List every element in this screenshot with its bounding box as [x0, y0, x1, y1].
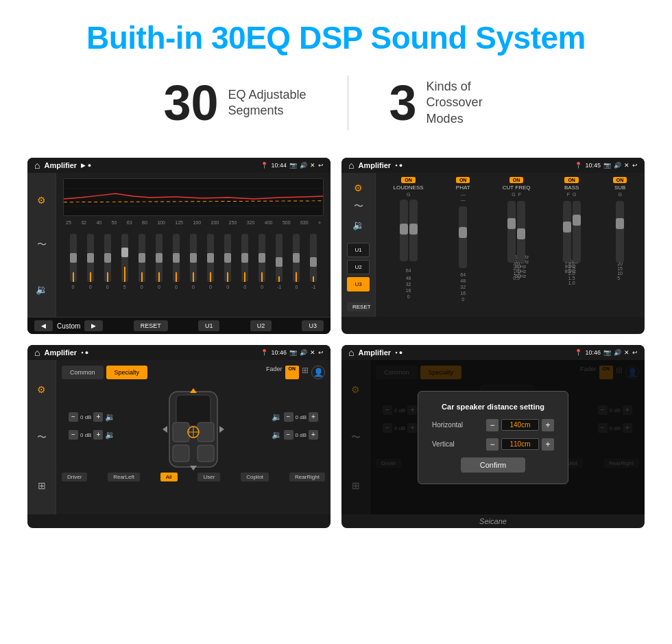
- dlg-back-icon[interactable]: ↩: [632, 349, 638, 356]
- sp-bl-minus[interactable]: −: [69, 430, 78, 440]
- sp-common-tab[interactable]: Common: [62, 366, 104, 379]
- eq-sliders: 0 0 0 5 0: [63, 228, 324, 289]
- dlg-status-bar: ⌂ Amplifier ▪ ● 📍 10:46 📷 🔊 ✕ ↩: [341, 345, 645, 360]
- eq-status-bar: ⌂ Amplifier ▶ ● 📍 10:44 📷 🔊 ✕ ↩: [27, 158, 331, 173]
- cx-phat-name: PHAT: [456, 184, 470, 191]
- dialog-horizontal-minus[interactable]: −: [486, 419, 499, 431]
- cx-sidebar-eq-icon[interactable]: ⚙: [354, 182, 363, 193]
- svg-marker-13: [190, 388, 197, 393]
- dlg-volume-icon: 🔊: [614, 349, 621, 356]
- dialog-horizontal-control: − 140cm +: [486, 419, 554, 431]
- sp-home-icon[interactable]: ⌂: [34, 347, 40, 358]
- sp-sidebar-eq-icon[interactable]: ⚙: [37, 384, 46, 395]
- crossover-screen: ⌂ Amplifier ▪ ● 📍 10:45 📷 🔊 ✕ ↩ ⚙ 〜 🔉: [341, 158, 645, 334]
- eq-screen: ⌂ Amplifier ▶ ● 📍 10:44 📷 🔊 ✕ ↩ ⚙ 〜 🔉: [27, 158, 331, 334]
- cx-location-icon: 📍: [575, 162, 582, 169]
- sp-rearright-btn[interactable]: RearRight: [289, 473, 325, 481]
- dialog-horizontal-plus[interactable]: +: [542, 419, 554, 431]
- svg-rect-5: [176, 395, 211, 426]
- eq-sidebar-eq-icon[interactable]: ⚙: [37, 195, 46, 206]
- cx-content: ⚙ 〜 🔉 U1 U2 U3 RESET ON LOUD: [341, 173, 645, 317]
- sp-tr-speaker-icon: 🔉: [272, 412, 282, 422]
- eq-slider-4: 0: [139, 234, 145, 289]
- eq-main: 2532405063 80100125160200 25032040050063…: [56, 173, 331, 317]
- eq-u2-btn[interactable]: U2: [250, 320, 272, 331]
- svg-rect-9: [197, 445, 214, 462]
- stat-eq-number: 30: [163, 78, 218, 128]
- cx-sidebar-wave-icon[interactable]: 〜: [354, 200, 363, 213]
- cx-loudness-name: LOUDNESS: [394, 184, 424, 191]
- eq-bottom-bar: ◀ Custom ▶ RESET U1 U2 U3: [27, 317, 331, 334]
- home-icon[interactable]: ⌂: [34, 160, 40, 171]
- eq-back-icon[interactable]: ↩: [318, 162, 324, 169]
- cx-loudness-on[interactable]: ON: [401, 177, 416, 183]
- sp-br-minus[interactable]: −: [284, 430, 293, 440]
- sp-sidebar-bt-icon[interactable]: ⊞: [38, 480, 46, 491]
- sp-copilot-btn[interactable]: Copilot: [241, 473, 269, 481]
- eq-volume-icon: 🔊: [300, 162, 307, 169]
- cx-preset-u1[interactable]: U1: [347, 243, 370, 257]
- eq-next-btn[interactable]: ▶: [84, 320, 103, 331]
- cx-bass-fg: F G: [567, 192, 577, 197]
- eq-slider-6: 0: [173, 234, 180, 289]
- dialog-vertical-value: 110cm: [501, 438, 539, 450]
- cx-sub-on[interactable]: ON: [613, 177, 627, 183]
- sp-bl-control: − 0 dB + 🔉: [69, 430, 115, 440]
- sp-main: Common Specialty Fader ON ⊞ 👤 − 0 dB: [56, 360, 331, 514]
- eq-reset-btn[interactable]: RESET: [134, 320, 168, 331]
- cx-phat-on[interactable]: ON: [456, 177, 470, 183]
- cx-sidebar-speaker-icon[interactable]: 🔉: [352, 219, 364, 230]
- eq-slider-10: 0: [241, 234, 248, 289]
- cx-reset-btn[interactable]: RESET: [347, 302, 370, 311]
- cx-cutfreq-gf: G F: [512, 192, 521, 197]
- sp-sidebar-wave-icon[interactable]: 〜: [37, 431, 47, 444]
- dialog-vertical-minus[interactable]: −: [486, 438, 499, 451]
- eq-u1-btn[interactable]: U1: [198, 320, 220, 331]
- eq-slider-9: 0: [224, 234, 231, 289]
- dlg-home-icon[interactable]: ⌂: [348, 347, 354, 358]
- sp-driver-btn[interactable]: Driver: [62, 473, 87, 481]
- sp-back-icon[interactable]: ↩: [318, 349, 324, 356]
- svg-marker-16: [219, 426, 224, 433]
- eq-slider-11: 0: [259, 234, 265, 289]
- sp-tl-minus[interactable]: −: [69, 412, 78, 422]
- eq-u3-btn[interactable]: U3: [302, 320, 324, 331]
- sp-br-plus[interactable]: +: [309, 430, 318, 440]
- sp-fader-toggle[interactable]: ON: [285, 366, 300, 379]
- eq-x-icon: ✕: [310, 162, 315, 169]
- sp-tl-plus[interactable]: +: [93, 412, 103, 422]
- sp-status-bar: ⌂ Amplifier ▪ ● 📍 10:46 📷 🔊 ✕ ↩: [27, 345, 331, 360]
- sp-tr-plus[interactable]: +: [309, 412, 318, 422]
- sp-left-controls: − 0 dB + 🔉 − 0 dB + 🔉: [69, 412, 115, 440]
- cx-cutfreq-on[interactable]: ON: [509, 177, 524, 183]
- eq-slider-1: 0: [87, 234, 94, 289]
- cx-preset-u2[interactable]: U2: [347, 260, 370, 274]
- sp-tr-minus[interactable]: −: [284, 412, 293, 422]
- cx-back-icon[interactable]: ↩: [632, 162, 638, 169]
- dialog-box: Car speaker distance setting Horizontal …: [418, 391, 568, 484]
- cx-preset-u3[interactable]: U3: [347, 277, 370, 291]
- stat-crossover-number: 3: [389, 78, 417, 128]
- sp-speaker-layout: − 0 dB + 🔉 − 0 dB + 🔉: [62, 385, 325, 467]
- sp-br-speaker-icon: 🔉: [272, 430, 282, 440]
- eq-sidebar-speaker-icon[interactable]: 🔉: [36, 284, 47, 295]
- dialog-vertical-plus[interactable]: +: [542, 438, 554, 451]
- eq-camera-icon: 📷: [289, 162, 297, 169]
- confirm-button[interactable]: Confirm: [461, 457, 526, 473]
- cx-bass-on[interactable]: ON: [564, 177, 579, 183]
- screens-grid: ⌂ Amplifier ▶ ● 📍 10:44 📷 🔊 ✕ ↩ ⚙ 〜 🔉: [0, 151, 672, 549]
- sp-bl-plus[interactable]: +: [93, 430, 103, 440]
- svg-rect-6: [173, 422, 189, 442]
- eq-prev-btn[interactable]: ◀: [34, 320, 53, 331]
- specialty-screen: ⌂ Amplifier ▪ ● 📍 10:46 📷 🔊 ✕ ↩ ⚙ 〜 ⊞: [27, 345, 331, 528]
- sp-rearleft-btn[interactable]: RearLeft: [108, 473, 140, 481]
- eq-slider-0: 0: [70, 234, 77, 289]
- sp-fader-label: Fader: [266, 366, 283, 379]
- dialog-screen: ⌂ Amplifier ▪ ● 📍 10:46 📷 🔊 ✕ ↩ ⚙ 〜 ⊞: [341, 345, 645, 528]
- svg-rect-8: [173, 445, 189, 462]
- dialog-horizontal-value: 140cm: [501, 419, 539, 431]
- eq-status-icons: ▶ ●: [81, 162, 91, 169]
- cx-home-icon[interactable]: ⌂: [348, 160, 354, 171]
- sp-specialty-tab[interactable]: Specialty: [106, 366, 148, 379]
- eq-sidebar-wave-icon[interactable]: 〜: [37, 239, 47, 251]
